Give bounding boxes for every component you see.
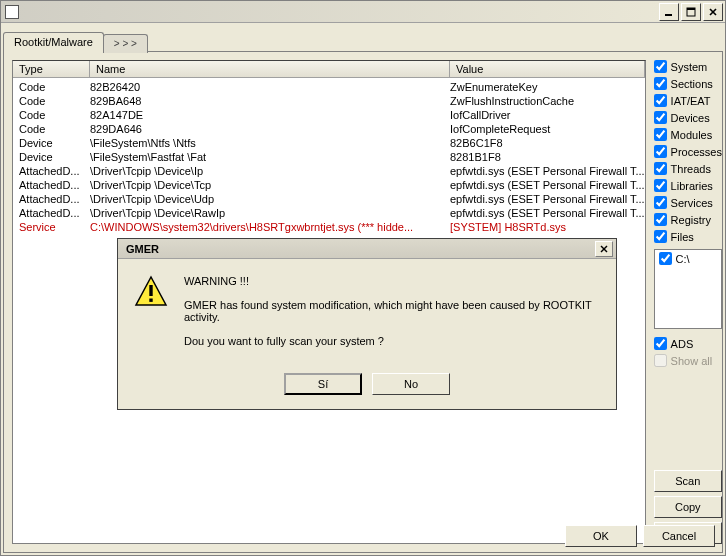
chk-drive-c-label: C:\	[676, 253, 690, 265]
chk-threads-input[interactable]	[654, 162, 667, 175]
chk-libraries[interactable]: Libraries	[654, 179, 722, 192]
dialog-no-button[interactable]: No	[372, 373, 450, 395]
dialog-close-button[interactable]	[595, 241, 613, 257]
table-row[interactable]: Code82A147DEIofCallDriver	[13, 108, 645, 122]
app-icon	[5, 5, 19, 19]
cancel-button[interactable]: Cancel	[643, 525, 715, 547]
main-window: Rootkit/Malware > > > Type Name Value Co…	[0, 0, 726, 556]
close-button[interactable]	[703, 3, 723, 21]
cell-value: epfwtdi.sys (ESET Personal Firewall T...	[450, 206, 645, 220]
cell-value: epfwtdi.sys (ESET Personal Firewall T...	[450, 192, 645, 206]
cell-name: 829DA646	[90, 122, 450, 136]
dialog-line2: Dou you want to fully scan your system ?	[184, 335, 600, 347]
table-row[interactable]: Code82B26420ZwEnumerateKey	[13, 80, 645, 94]
drive-list[interactable]: C:\	[654, 249, 722, 329]
chk-devices-input[interactable]	[654, 111, 667, 124]
cell-value: epfwtdi.sys (ESET Personal Firewall T...	[450, 178, 645, 192]
chk-registry[interactable]: Registry	[654, 213, 722, 226]
table-row[interactable]: Code829DA646IofCompleteRequest	[13, 122, 645, 136]
chk-libraries-label: Libraries	[671, 180, 713, 192]
cell-type: Device	[13, 150, 90, 164]
chk-services[interactable]: Services	[654, 196, 722, 209]
minimize-button[interactable]	[659, 3, 679, 21]
chk-libraries-input[interactable]	[654, 179, 667, 192]
warning-dialog: GMER WARNING !!! GMER has found system m…	[117, 238, 617, 410]
tab-rootkit[interactable]: Rootkit/Malware	[3, 32, 104, 52]
window-bottom-buttons: OK Cancel	[565, 521, 715, 547]
col-type[interactable]: Type	[13, 61, 90, 77]
chk-files-input[interactable]	[654, 230, 667, 243]
dialog-title-text: GMER	[126, 243, 159, 255]
cell-type: AttachedD...	[13, 178, 90, 192]
cell-value: epfwtdi.sys (ESET Personal Firewall T...	[450, 164, 645, 178]
table-row[interactable]: ServiceC:\WINDOWS\system32\drivers\H8SRT…	[13, 220, 645, 234]
chk-modules-label: Modules	[671, 129, 713, 141]
chk-drive-c[interactable]: C:\	[659, 252, 717, 265]
cell-type: AttachedD...	[13, 206, 90, 220]
ok-button[interactable]: OK	[565, 525, 637, 547]
cell-name: \Driver\Tcpip \Device\Udp	[90, 192, 450, 206]
chk-devices[interactable]: Devices	[654, 111, 722, 124]
cell-type: AttachedD...	[13, 164, 90, 178]
chk-modules[interactable]: Modules	[654, 128, 722, 141]
chk-registry-label: Registry	[671, 214, 711, 226]
cell-name: 829BA648	[90, 94, 450, 108]
chk-threads[interactable]: Threads	[654, 162, 722, 175]
chk-ads-input[interactable]	[654, 337, 667, 350]
chk-ads-label: ADS	[671, 338, 694, 350]
cell-name: \FileSystem\Fastfat \Fat	[90, 150, 450, 164]
titlebar	[1, 1, 725, 23]
cell-name: \Driver\Tcpip \Device\RawIp	[90, 206, 450, 220]
chk-files-label: Files	[671, 231, 694, 243]
chk-iat-input[interactable]	[654, 94, 667, 107]
table-row[interactable]: AttachedD...\Driver\Tcpip \Device\RawIpe…	[13, 206, 645, 220]
chk-system-label: System	[671, 61, 708, 73]
chk-iat[interactable]: IAT/EAT	[654, 94, 722, 107]
table-row[interactable]: AttachedD...\Driver\Tcpip \Device\Ipepfw…	[13, 164, 645, 178]
chk-iat-label: IAT/EAT	[671, 95, 711, 107]
copy-button[interactable]: Copy	[654, 496, 722, 518]
dialog-text: WARNING !!! GMER has found system modifi…	[184, 275, 600, 359]
chk-threads-label: Threads	[671, 163, 711, 175]
svg-rect-9	[149, 299, 152, 302]
table-row[interactable]: Device\FileSystem\Ntfs \Ntfs82B6C1F8	[13, 136, 645, 150]
svg-rect-2	[687, 8, 695, 10]
cell-name: 82A147DE	[90, 108, 450, 122]
cell-name: \FileSystem\Ntfs \Ntfs	[90, 136, 450, 150]
col-name[interactable]: Name	[90, 61, 450, 77]
table-row[interactable]: AttachedD...\Driver\Tcpip \Device\Tcpepf…	[13, 178, 645, 192]
chk-files[interactable]: Files	[654, 230, 722, 243]
cell-name: C:\WINDOWS\system32\drivers\H8SRTgxwbrnt…	[90, 220, 450, 234]
chk-ads[interactable]: ADS	[654, 337, 722, 350]
dialog-titlebar: GMER	[118, 239, 616, 259]
options-sidebar: System Sections IAT/EAT Devices Modules …	[654, 60, 722, 544]
chk-sections[interactable]: Sections	[654, 77, 722, 90]
chk-showall-label: Show all	[671, 355, 713, 367]
tab-strip: Rootkit/Malware > > >	[3, 29, 723, 51]
chk-services-input[interactable]	[654, 196, 667, 209]
cell-value: 8281B1F8	[450, 150, 645, 164]
dialog-yes-button[interactable]: Sí	[284, 373, 362, 395]
cell-type: AttachedD...	[13, 192, 90, 206]
tab-more[interactable]: > > >	[103, 34, 148, 53]
table-row[interactable]: Device\FileSystem\Fastfat \Fat8281B1F8	[13, 150, 645, 164]
chk-processes-label: Processes	[671, 146, 722, 158]
dialog-line1: GMER has found system modification, whic…	[184, 299, 600, 323]
cell-type: Code	[13, 108, 90, 122]
cell-value: IofCallDriver	[450, 108, 645, 122]
chk-processes-input[interactable]	[654, 145, 667, 158]
chk-sections-input[interactable]	[654, 77, 667, 90]
chk-registry-input[interactable]	[654, 213, 667, 226]
chk-processes[interactable]: Processes	[654, 145, 722, 158]
col-value[interactable]: Value	[450, 61, 645, 77]
chk-system-input[interactable]	[654, 60, 667, 73]
table-row[interactable]: Code829BA648ZwFlushInstructionCache	[13, 94, 645, 108]
chk-drive-c-input[interactable]	[659, 252, 672, 265]
cell-type: Service	[13, 220, 90, 234]
chk-services-label: Services	[671, 197, 713, 209]
maximize-button[interactable]	[681, 3, 701, 21]
chk-modules-input[interactable]	[654, 128, 667, 141]
table-row[interactable]: AttachedD...\Driver\Tcpip \Device\Udpepf…	[13, 192, 645, 206]
scan-button[interactable]: Scan	[654, 470, 722, 492]
chk-system[interactable]: System	[654, 60, 722, 73]
